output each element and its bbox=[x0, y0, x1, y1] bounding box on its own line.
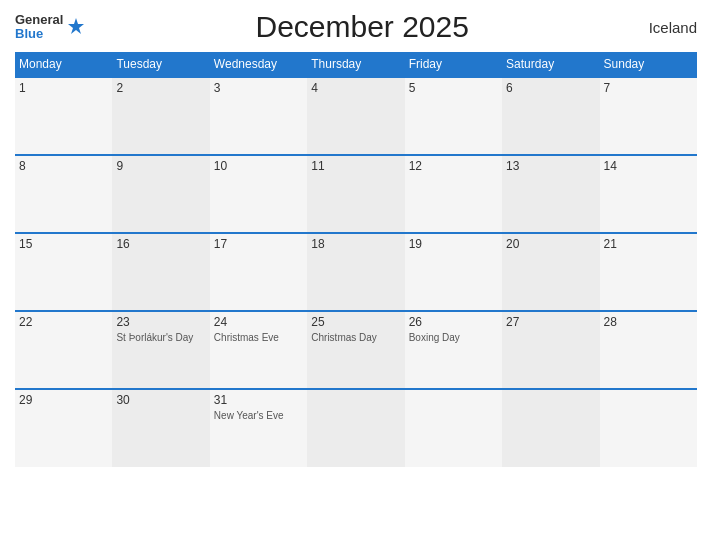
header-wednesday: Wednesday bbox=[210, 52, 307, 77]
holiday-label: Boxing Day bbox=[409, 331, 498, 344]
day-number: 16 bbox=[116, 237, 205, 251]
day-number: 28 bbox=[604, 315, 693, 329]
calendar-week-row: 293031New Year's Eve bbox=[15, 389, 697, 467]
day-number: 24 bbox=[214, 315, 303, 329]
header-friday: Friday bbox=[405, 52, 502, 77]
calendar-cell: 22 bbox=[15, 311, 112, 389]
day-number: 10 bbox=[214, 159, 303, 173]
day-number: 22 bbox=[19, 315, 108, 329]
logo-blue-text: Blue bbox=[15, 26, 43, 41]
day-number: 27 bbox=[506, 315, 595, 329]
calendar-cell: 10 bbox=[210, 155, 307, 233]
day-number: 26 bbox=[409, 315, 498, 329]
calendar-cell: 30 bbox=[112, 389, 209, 467]
calendar-week-row: 2223St Þorlákur's Day24Christmas Eve25Ch… bbox=[15, 311, 697, 389]
calendar-cell: 21 bbox=[600, 233, 697, 311]
calendar-cell: 20 bbox=[502, 233, 599, 311]
logo: General Blue bbox=[15, 13, 87, 42]
day-number: 31 bbox=[214, 393, 303, 407]
calendar-cell: 11 bbox=[307, 155, 404, 233]
day-number: 4 bbox=[311, 81, 400, 95]
day-number: 13 bbox=[506, 159, 595, 173]
header-sunday: Sunday bbox=[600, 52, 697, 77]
day-number: 17 bbox=[214, 237, 303, 251]
calendar-cell: 14 bbox=[600, 155, 697, 233]
day-number: 29 bbox=[19, 393, 108, 407]
calendar-cell: 12 bbox=[405, 155, 502, 233]
calendar-week-row: 15161718192021 bbox=[15, 233, 697, 311]
calendar-cell: 7 bbox=[600, 77, 697, 155]
day-number: 2 bbox=[116, 81, 205, 95]
calendar-cell bbox=[307, 389, 404, 467]
logo-general-text: General bbox=[15, 12, 63, 27]
day-number: 6 bbox=[506, 81, 595, 95]
calendar-cell bbox=[600, 389, 697, 467]
weekday-header-row: Monday Tuesday Wednesday Thursday Friday… bbox=[15, 52, 697, 77]
calendar-cell: 2 bbox=[112, 77, 209, 155]
day-number: 9 bbox=[116, 159, 205, 173]
calendar-cell: 1 bbox=[15, 77, 112, 155]
svg-marker-0 bbox=[68, 18, 84, 34]
day-number: 5 bbox=[409, 81, 498, 95]
calendar-cell bbox=[502, 389, 599, 467]
calendar-cell: 8 bbox=[15, 155, 112, 233]
day-number: 23 bbox=[116, 315, 205, 329]
day-number: 21 bbox=[604, 237, 693, 251]
header-thursday: Thursday bbox=[307, 52, 404, 77]
day-number: 12 bbox=[409, 159, 498, 173]
calendar-cell: 13 bbox=[502, 155, 599, 233]
calendar-cell: 9 bbox=[112, 155, 209, 233]
holiday-label: St Þorlákur's Day bbox=[116, 331, 205, 344]
day-number: 7 bbox=[604, 81, 693, 95]
calendar-cell: 29 bbox=[15, 389, 112, 467]
day-number: 19 bbox=[409, 237, 498, 251]
calendar-cell: 17 bbox=[210, 233, 307, 311]
header-saturday: Saturday bbox=[502, 52, 599, 77]
day-number: 14 bbox=[604, 159, 693, 173]
holiday-label: Christmas Eve bbox=[214, 331, 303, 344]
calendar-cell: 24Christmas Eve bbox=[210, 311, 307, 389]
calendar-page: General Blue December 2025 Iceland Monda… bbox=[0, 0, 712, 550]
calendar-cell: 25Christmas Day bbox=[307, 311, 404, 389]
header: General Blue December 2025 Iceland bbox=[15, 10, 697, 44]
logo-flag-icon bbox=[65, 16, 87, 38]
calendar-cell: 26Boxing Day bbox=[405, 311, 502, 389]
calendar-cell: 5 bbox=[405, 77, 502, 155]
day-number: 3 bbox=[214, 81, 303, 95]
calendar-cell: 6 bbox=[502, 77, 599, 155]
calendar-cell: 15 bbox=[15, 233, 112, 311]
holiday-label: New Year's Eve bbox=[214, 409, 303, 422]
page-title: December 2025 bbox=[87, 10, 637, 44]
header-tuesday: Tuesday bbox=[112, 52, 209, 77]
day-number: 1 bbox=[19, 81, 108, 95]
calendar-cell: 19 bbox=[405, 233, 502, 311]
calendar-cell: 3 bbox=[210, 77, 307, 155]
calendar-week-row: 891011121314 bbox=[15, 155, 697, 233]
calendar-cell: 4 bbox=[307, 77, 404, 155]
day-number: 18 bbox=[311, 237, 400, 251]
calendar-cell: 31New Year's Eve bbox=[210, 389, 307, 467]
calendar-cell: 28 bbox=[600, 311, 697, 389]
calendar-cell bbox=[405, 389, 502, 467]
day-number: 15 bbox=[19, 237, 108, 251]
country-label: Iceland bbox=[637, 19, 697, 36]
calendar-cell: 18 bbox=[307, 233, 404, 311]
calendar-cell: 27 bbox=[502, 311, 599, 389]
calendar-cell: 23St Þorlákur's Day bbox=[112, 311, 209, 389]
calendar-week-row: 1234567 bbox=[15, 77, 697, 155]
day-number: 30 bbox=[116, 393, 205, 407]
day-number: 8 bbox=[19, 159, 108, 173]
calendar-table: Monday Tuesday Wednesday Thursday Friday… bbox=[15, 52, 697, 467]
day-number: 20 bbox=[506, 237, 595, 251]
day-number: 25 bbox=[311, 315, 400, 329]
holiday-label: Christmas Day bbox=[311, 331, 400, 344]
calendar-cell: 16 bbox=[112, 233, 209, 311]
header-monday: Monday bbox=[15, 52, 112, 77]
day-number: 11 bbox=[311, 159, 400, 173]
